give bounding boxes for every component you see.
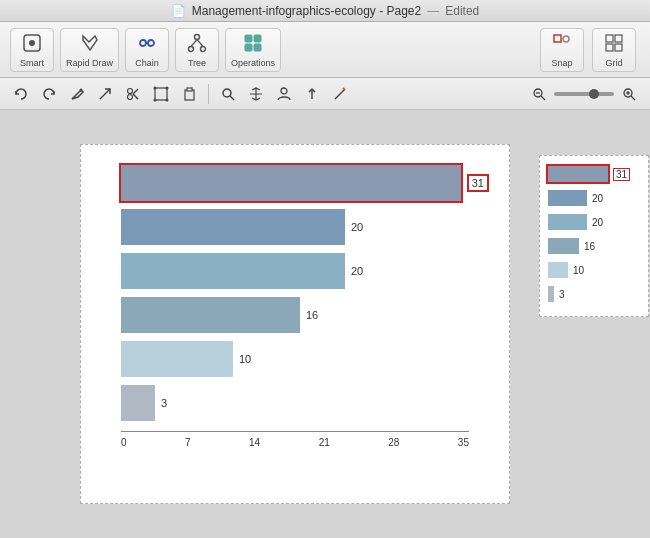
grid-icon: [603, 32, 625, 57]
svg-line-34: [230, 96, 234, 100]
snap-label: Snap: [551, 58, 572, 68]
chain-icon: [136, 32, 158, 57]
pen-tool-button[interactable]: [64, 82, 90, 106]
x-label-28: 28: [388, 437, 399, 448]
bar-3[interactable]: [121, 385, 155, 421]
svg-point-27: [154, 86, 157, 89]
x-label-14: 14: [249, 437, 260, 448]
pin-button[interactable]: [299, 82, 325, 106]
svg-line-37: [335, 89, 345, 99]
tree-tool[interactable]: Tree: [175, 28, 219, 72]
main-chart[interactable]: 31 20 20 16: [80, 144, 510, 504]
main-toolbar: Smart Rapid Draw Chain Tree Operations S…: [0, 22, 650, 78]
grid-tool[interactable]: Grid: [592, 28, 636, 72]
svg-point-3: [148, 40, 154, 46]
bar-16[interactable]: [121, 297, 300, 333]
thumb-bar-20a: [548, 190, 587, 206]
svg-line-23: [133, 94, 138, 99]
svg-rect-12: [245, 44, 252, 51]
zoom-slider[interactable]: [554, 92, 614, 96]
title-text: Management-infographics-ecology - Page2: [192, 4, 421, 18]
svg-point-15: [563, 36, 569, 42]
chain-tool[interactable]: Chain: [125, 28, 169, 72]
thumb-bar-16: [548, 238, 579, 254]
chart-wrapper: 31 20 20 16: [80, 144, 510, 504]
thumb-row-10: 10: [548, 260, 640, 280]
bar-row-16[interactable]: 16: [121, 297, 489, 333]
svg-rect-14: [554, 35, 561, 42]
svg-point-28: [166, 86, 169, 89]
svg-rect-26: [155, 88, 167, 100]
x-label-7: 7: [185, 437, 191, 448]
pan-button[interactable]: [243, 82, 269, 106]
bar-20b[interactable]: [121, 253, 345, 289]
svg-point-1: [29, 40, 35, 46]
zoom-group: [526, 82, 642, 106]
svg-rect-16: [606, 35, 613, 42]
arrow-tool-button[interactable]: [92, 82, 118, 106]
bar-31[interactable]: [121, 165, 461, 201]
bar-label-20b: 20: [351, 265, 363, 277]
x-label-0: 0: [121, 437, 127, 448]
svg-line-9: [197, 39, 203, 46]
title-bar: 📄 Management-infographics-ecology - Page…: [0, 0, 650, 22]
svg-line-8: [191, 39, 197, 46]
chart-inner: 31 20 20 16: [121, 165, 489, 473]
rapid-draw-icon: [79, 32, 101, 57]
chain-label: Chain: [135, 58, 159, 68]
svg-rect-32: [187, 88, 192, 91]
svg-point-30: [166, 98, 169, 101]
svg-line-22: [133, 89, 138, 94]
svg-point-35: [281, 88, 287, 94]
clipboard-button[interactable]: [176, 82, 202, 106]
svg-line-43: [631, 96, 635, 100]
transform-button[interactable]: [148, 82, 174, 106]
rapid-draw-tool[interactable]: Rapid Draw: [60, 28, 119, 72]
toolbar-right: Snap Grid: [540, 28, 640, 72]
svg-point-2: [140, 40, 146, 46]
x-label-35: 35: [458, 437, 469, 448]
svg-rect-11: [254, 35, 261, 42]
operations-tool[interactable]: Operations: [225, 28, 281, 72]
undo-button[interactable]: [8, 82, 34, 106]
user-button[interactable]: [271, 82, 297, 106]
bar-label-10: 10: [239, 353, 251, 365]
snap-tool[interactable]: Snap: [540, 28, 584, 72]
bar-label-20a: 20: [351, 221, 363, 233]
svg-line-38: [343, 88, 345, 90]
smart-icon: [21, 32, 43, 57]
svg-rect-18: [606, 44, 613, 51]
bar-row-20b[interactable]: 20: [121, 253, 489, 289]
bar-10[interactable]: [121, 341, 233, 377]
bar-row-10[interactable]: 10: [121, 341, 489, 377]
svg-rect-17: [615, 35, 622, 42]
thumb-row-20b: 20: [548, 212, 640, 232]
file-icon: 📄: [171, 4, 186, 18]
redo-button[interactable]: [36, 82, 62, 106]
search-button[interactable]: [215, 82, 241, 106]
svg-point-20: [80, 88, 83, 91]
thumb-label-20a: 20: [592, 193, 603, 204]
bar-label-3: 3: [161, 397, 167, 409]
grid-label: Grid: [605, 58, 622, 68]
tree-icon: [186, 32, 208, 57]
bar-row-3[interactable]: 3: [121, 385, 489, 421]
smart-tool[interactable]: Smart: [10, 28, 54, 72]
zoom-in-button[interactable]: [616, 82, 642, 106]
bar-container: 31 20 20 16: [121, 165, 489, 421]
zoom-out-button[interactable]: [526, 82, 552, 106]
bar-20a[interactable]: [121, 209, 345, 245]
bar-row-31[interactable]: 31: [121, 165, 489, 201]
scissors-button[interactable]: [120, 82, 146, 106]
wand-button[interactable]: [327, 82, 353, 106]
thumb-row-3: 3: [548, 284, 640, 304]
toolbar-separator: [208, 84, 209, 104]
rapid-draw-label: Rapid Draw: [66, 58, 113, 68]
svg-rect-19: [615, 44, 622, 51]
thumb-bar-10: [548, 262, 568, 278]
bar-row-20a[interactable]: 20: [121, 209, 489, 245]
zoom-thumb: [589, 89, 599, 99]
svg-point-24: [128, 88, 133, 93]
thumbnail: 31 20 20 16 10: [539, 155, 649, 317]
edit-status: Edited: [445, 4, 479, 18]
